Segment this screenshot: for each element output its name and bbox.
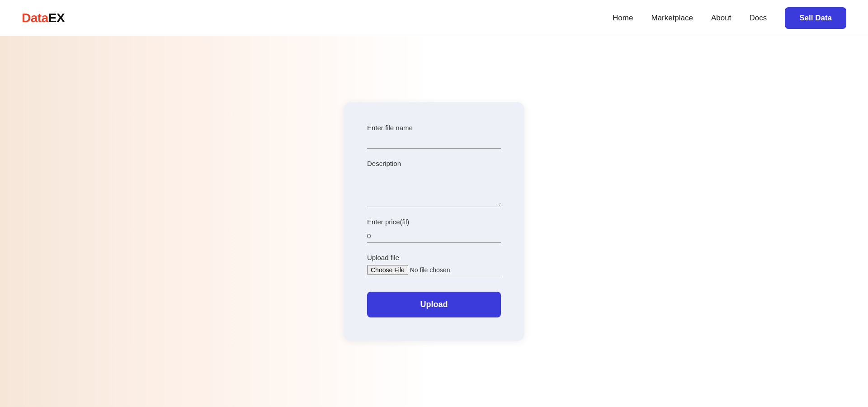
sell-data-button[interactable]: Sell Data [785, 7, 846, 29]
logo-ex: EX [48, 11, 65, 25]
description-textarea[interactable] [367, 171, 501, 207]
header: DataEX Home Marketplace About Docs Sell … [0, 0, 868, 36]
navbar: Home Marketplace About Docs Sell Data [613, 7, 846, 29]
file-name-group: Enter file name [367, 124, 501, 149]
description-label: Description [367, 160, 501, 167]
file-input-wrapper [367, 265, 501, 277]
main-content: Enter file name Description Enter price(… [0, 36, 868, 407]
upload-button[interactable]: Upload [367, 292, 501, 317]
price-label: Enter price(fil) [367, 218, 501, 226]
nav-about[interactable]: About [711, 14, 731, 23]
upload-form-card: Enter file name Description Enter price(… [344, 102, 524, 341]
file-name-label: Enter file name [367, 124, 501, 132]
file-name-input[interactable] [367, 135, 501, 149]
nav-marketplace[interactable]: Marketplace [651, 14, 693, 23]
nav-home[interactable]: Home [613, 14, 633, 23]
file-input[interactable] [367, 265, 501, 277]
price-input[interactable] [367, 229, 501, 243]
price-group: Enter price(fil) [367, 218, 501, 243]
logo-data: Data [22, 11, 48, 25]
nav-docs[interactable]: Docs [749, 14, 767, 23]
description-group: Description [367, 160, 501, 207]
upload-file-group: Upload file [367, 254, 501, 277]
logo[interactable]: DataEX [22, 11, 65, 25]
upload-file-label: Upload file [367, 254, 501, 261]
